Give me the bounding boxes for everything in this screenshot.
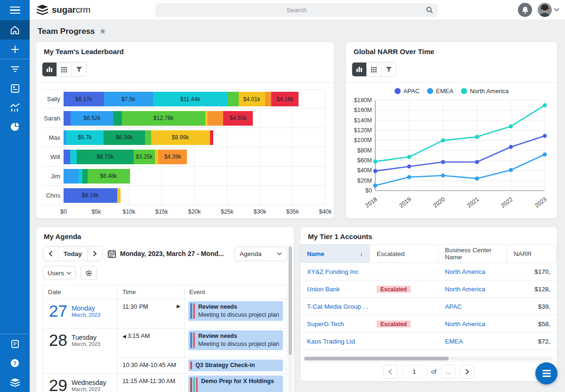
tier1-column-header-narr[interactable]: NARR <box>507 245 557 263</box>
bar-segment[interactable]: $12.78k <box>122 111 205 126</box>
tier1-column-header-escalated[interactable]: Escalated <box>370 245 438 263</box>
bar-segment[interactable] <box>64 169 79 184</box>
bar-segment[interactable]: $8.19k <box>64 188 117 203</box>
sidebar-item-home[interactable] <box>0 20 30 40</box>
tier1-column-header-name[interactable]: Name↓ <box>300 245 370 263</box>
agenda-day-number[interactable]: 29 <box>49 377 67 392</box>
business-center-link[interactable]: North America <box>445 286 485 293</box>
sidebar-item-analytics[interactable] <box>0 98 30 117</box>
agenda-day-number[interactable]: 27 <box>49 303 67 319</box>
bar-segment[interactable] <box>82 169 87 184</box>
bar-segment[interactable]: $11.44k <box>153 92 228 106</box>
account-name-link[interactable]: SuperG Tech <box>307 320 344 328</box>
data-point[interactable] <box>475 176 479 181</box>
tier1-hscrollbar-thumb[interactable] <box>304 357 449 360</box>
page-number[interactable]: 1 <box>402 365 427 379</box>
bar-segment[interactable] <box>117 188 121 203</box>
account-name-link[interactable]: T-Cat Media Group ... <box>307 303 368 310</box>
user-menu[interactable] <box>538 3 559 17</box>
sidebar-item-docs[interactable] <box>0 334 30 353</box>
table-view-button[interactable] <box>367 63 381 76</box>
data-point[interactable] <box>543 152 547 157</box>
agenda-date-range[interactable]: Monday, 2023, March 27 - Mond... <box>107 249 224 258</box>
data-point[interactable] <box>407 165 412 169</box>
floating-menu-button[interactable] <box>535 362 557 384</box>
agenda-day-number[interactable]: 28 <box>49 332 67 348</box>
users-filter-button[interactable]: Users <box>43 266 76 280</box>
sidebar-item-filter[interactable] <box>0 59 30 79</box>
next-day-button[interactable] <box>88 247 102 261</box>
data-point[interactable] <box>407 155 412 159</box>
bar-segment[interactable] <box>113 111 122 126</box>
bar-segment[interactable]: $5.7k <box>66 130 104 145</box>
agenda-scrollbar-thumb[interactable] <box>289 247 292 355</box>
data-point[interactable] <box>373 160 378 164</box>
legend-item[interactable]: EMEA <box>427 88 453 95</box>
table-view-button[interactable] <box>57 63 72 76</box>
bar-segment[interactable] <box>265 92 272 106</box>
event-chip[interactable]: Review needsMeeting to discuss project p… <box>188 301 283 321</box>
prev-page-button[interactable] <box>383 365 397 379</box>
data-point[interactable] <box>509 145 513 149</box>
bar-segment[interactable]: $4.55k <box>223 111 253 126</box>
business-center-link[interactable]: North America <box>445 268 485 275</box>
bar-segment[interactable] <box>208 111 223 126</box>
sidebar-item-cards[interactable] <box>0 79 30 98</box>
bar-segment[interactable]: $7.5k <box>104 92 153 106</box>
bar-segment[interactable]: $6.39k <box>104 130 145 145</box>
agenda-view-select[interactable]: Agenda <box>234 247 287 261</box>
account-name-link[interactable]: XY&Z Funding Inc <box>307 268 359 275</box>
data-point[interactable] <box>441 160 445 164</box>
search-input[interactable] <box>155 7 438 14</box>
next-page-button[interactable] <box>460 365 474 379</box>
business-center-link[interactable]: APAC <box>445 303 462 310</box>
sidebar-item-create[interactable] <box>0 40 30 59</box>
sidebar-toggle-button[interactable] <box>0 0 30 20</box>
agenda-settings-button[interactable] <box>81 266 97 280</box>
bar-segment[interactable]: $4.01k <box>239 92 265 106</box>
sidebar-item-reports[interactable] <box>0 117 30 136</box>
sidebar-item-sugar[interactable] <box>0 373 30 392</box>
data-point[interactable] <box>509 124 513 128</box>
sidebar-item-help[interactable]: ? <box>0 353 30 373</box>
bar-segment[interactable] <box>64 111 71 126</box>
bar-segment[interactable]: $8.72k <box>77 150 134 164</box>
bar-segment[interactable]: $6.48k <box>88 169 130 184</box>
bar-segment[interactable]: $6.17k <box>64 92 104 106</box>
legend-item[interactable]: North America <box>461 88 508 95</box>
business-center-link[interactable]: EMEA <box>445 338 463 345</box>
bar-segment[interactable]: $3.25k <box>134 150 155 164</box>
event-chip[interactable]: Review needsMeeting to discuss project p… <box>188 330 283 350</box>
bar-segment[interactable] <box>227 92 239 106</box>
favorite-star-icon[interactable]: ★ <box>99 26 106 36</box>
data-point[interactable] <box>509 168 513 172</box>
data-point[interactable] <box>373 169 378 173</box>
bar-segment[interactable] <box>64 150 70 164</box>
bar-segment[interactable]: $6.52k <box>71 111 113 126</box>
bar-segment[interactable] <box>155 150 159 164</box>
bar-segment[interactable] <box>79 169 82 184</box>
chart-view-button[interactable] <box>42 63 57 76</box>
notifications-button[interactable] <box>518 3 532 17</box>
data-point[interactable] <box>543 103 547 107</box>
bar-segment[interactable]: $8.99k <box>151 130 210 145</box>
sugarcrm-logo[interactable]: sugarcrm <box>36 5 90 15</box>
bar-segment[interactable] <box>145 130 151 145</box>
data-point[interactable] <box>475 160 479 164</box>
data-point[interactable] <box>373 184 378 188</box>
chart-view-button[interactable] <box>352 63 367 76</box>
business-center-link[interactable]: North America <box>445 320 485 328</box>
tier1-column-header-business-center-name[interactable]: Business Center Name <box>438 245 507 263</box>
legend-item[interactable]: APAC <box>395 88 420 95</box>
bar-segment[interactable]: $4.16k <box>271 92 299 106</box>
bar-segment[interactable] <box>70 150 77 164</box>
filter-button[interactable] <box>381 63 396 76</box>
page-ellipsis-button[interactable]: ... <box>441 365 455 379</box>
search-icon[interactable] <box>426 6 433 14</box>
event-chip[interactable]: Demo Prep for X Holdings <box>188 376 283 392</box>
today-button[interactable]: Today <box>58 247 88 261</box>
data-point[interactable] <box>407 175 412 179</box>
account-name-link[interactable]: Union Bank <box>307 286 340 293</box>
filter-button[interactable] <box>72 63 86 76</box>
prev-day-button[interactable] <box>43 247 58 261</box>
